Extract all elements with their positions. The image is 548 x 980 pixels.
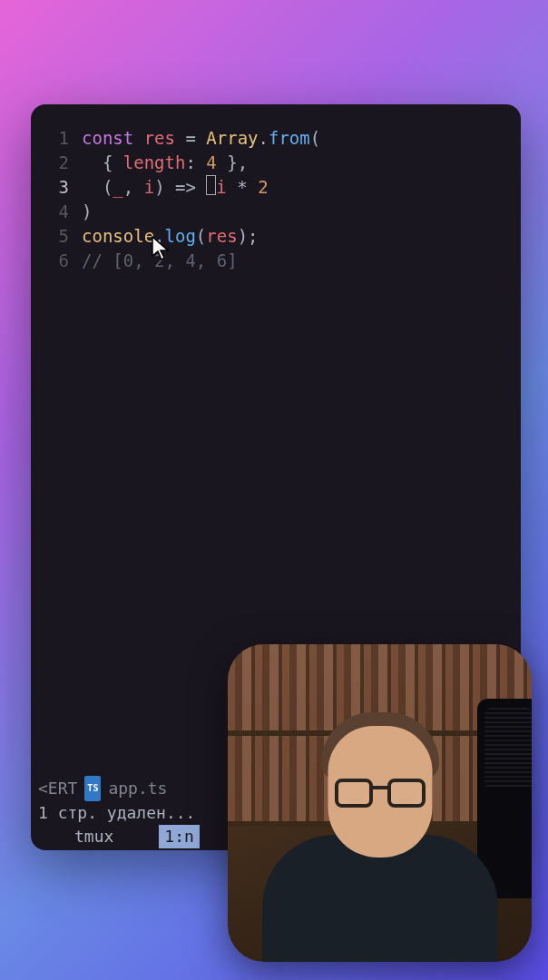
code-line-3[interactable]: 3 (_, i) => i * 2 xyxy=(42,175,510,200)
text-cursor xyxy=(206,175,216,195)
code-line-2[interactable]: 2 { length: 4 }, xyxy=(42,151,510,175)
line-number: 4 xyxy=(42,200,69,224)
code-content: ) xyxy=(82,200,510,224)
code-line-5[interactable]: 5 console.log(res); xyxy=(42,224,510,249)
line-number: 6 xyxy=(42,249,69,273)
code-content: (_, i) => i * 2 xyxy=(82,175,510,200)
code-line-6[interactable]: 6 // [0, 2, 4, 6] xyxy=(42,249,510,273)
code-content: const res = Array.from( xyxy=(82,126,510,151)
line-number-active: 3 xyxy=(42,175,69,200)
code-content: { length: 4 }, xyxy=(82,151,510,175)
line-number: 5 xyxy=(42,224,69,249)
person xyxy=(253,708,507,962)
filename: app.ts xyxy=(108,777,167,800)
tmux-active-session[interactable]: 1:n xyxy=(159,825,200,848)
webcam-overlay xyxy=(228,644,532,962)
code-content: console.log(res); xyxy=(82,224,510,249)
code-content: // [0, 2, 4, 6] xyxy=(82,249,510,273)
glasses-icon xyxy=(335,779,426,808)
typescript-badge-icon: TS xyxy=(84,776,101,801)
line-number: 2 xyxy=(42,151,69,175)
tmux-label: tmux xyxy=(38,825,113,848)
editor-mode: <ERT xyxy=(38,777,77,800)
code-line-1[interactable]: 1 const res = Array.from( xyxy=(42,126,510,151)
line-number: 1 xyxy=(42,126,69,151)
code-editor[interactable]: 1 const res = Array.from( 2 { length: 4 … xyxy=(31,104,521,284)
code-line-4[interactable]: 4 ) xyxy=(42,200,510,224)
